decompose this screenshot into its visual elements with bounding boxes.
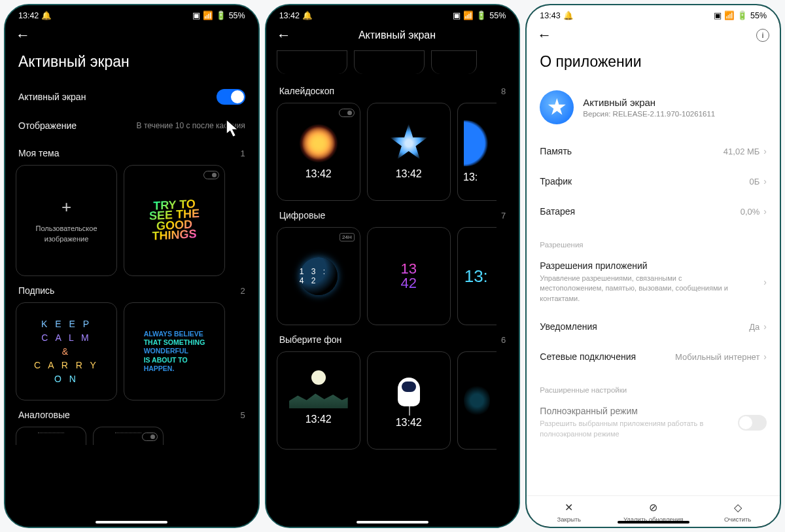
section-label: Цифровые xyxy=(279,210,326,221)
theme-art: 1 3 : 4 2 xyxy=(300,257,338,295)
chevron-right-icon: › xyxy=(763,206,767,217)
theme-art xyxy=(464,120,490,166)
app-version: Версия: RELEASE-2.11.970-10261611 xyxy=(583,110,715,118)
toggle-switch[interactable] xyxy=(738,415,767,431)
row-label: Разрешения приложений xyxy=(540,260,759,271)
theme-art xyxy=(464,384,490,417)
theme-card-goodthings[interactable]: TRY TOSEE THEGOODTHINGS xyxy=(124,165,225,276)
delete-updates-button[interactable]: ⊘Удалить обновления xyxy=(611,501,695,523)
row-label: Уведомления xyxy=(540,321,597,332)
info-button[interactable]: i xyxy=(756,29,769,42)
theme-card-kal1[interactable]: 13:42 xyxy=(277,103,360,201)
home-indicator[interactable] xyxy=(618,521,689,523)
close-button[interactable]: ✕Закрыть xyxy=(527,501,611,523)
back-button[interactable]: ← xyxy=(16,28,30,43)
theme-art xyxy=(392,372,425,412)
memory-row[interactable]: Память 41,02 МБ› xyxy=(527,136,780,166)
chevron-right-icon: › xyxy=(763,277,767,287)
chevron-right-icon: › xyxy=(763,321,767,332)
theme-card-dig2[interactable]: 1342 xyxy=(367,227,451,325)
section-kaleidoscope: Калейдоскоп 8 xyxy=(277,77,509,103)
section-my-theme: Моя тема 1 xyxy=(16,139,248,165)
row-desc: Управление разрешениями, связанными с ме… xyxy=(540,274,759,304)
theme-card-kal2[interactable]: 13:42 xyxy=(367,103,451,201)
theme-card-analog[interactable] xyxy=(16,427,86,445)
section-background: Выберите фон 6 xyxy=(277,325,509,351)
row-value: 41,02 МБ xyxy=(724,147,760,156)
network-row[interactable]: Сетевые подключения Мобильный интернет› xyxy=(527,342,780,372)
theme-card-keepcalm[interactable]: K E E PC A L M&C A R R YO N xyxy=(16,302,117,400)
clear-button[interactable]: ◇Очистить xyxy=(695,501,780,523)
prev-section-peek xyxy=(277,50,509,74)
forbid-icon: ⊘ xyxy=(649,501,657,514)
section-count: 2 xyxy=(240,286,245,296)
page-title: О приложении xyxy=(527,50,780,81)
alarm-icon: 🔔 xyxy=(302,10,313,20)
setting-value: В течение 10 с после касания xyxy=(137,121,245,130)
section-signature: Подпись 2 xyxy=(16,276,248,302)
card-time: 13:42 xyxy=(396,417,422,429)
setting-label: Активный экран xyxy=(18,92,86,102)
home-indicator[interactable] xyxy=(96,521,167,523)
row-label: Трафик xyxy=(540,176,572,186)
theme-card-bg1[interactable]: 13:42 xyxy=(277,351,360,450)
theme-art xyxy=(299,124,338,163)
battery-icon: 🔋 xyxy=(476,10,487,20)
card-time: 13: xyxy=(463,171,478,183)
theme-art xyxy=(389,124,428,163)
active-screen-toggle-row[interactable]: Активный экран xyxy=(16,81,248,113)
status-time: 13:42 xyxy=(279,11,300,20)
theme-card-kal3[interactable]: 13: xyxy=(457,103,497,201)
section-count: 1 xyxy=(240,149,245,158)
phone-1: 13:42🔔 ▣📶🔋55% ← Активный экран Активный … xyxy=(4,4,260,528)
theme-card-dig1[interactable]: 24H 1 3 : 4 2 xyxy=(277,227,360,325)
section-count: 7 xyxy=(501,211,506,221)
theme-card-analog[interactable] xyxy=(93,427,164,445)
theme-art: K E E PC A L M&C A R R YO N xyxy=(34,317,99,386)
theme-card-peek[interactable] xyxy=(277,50,347,74)
back-button[interactable]: ← xyxy=(537,28,551,43)
theme-card-peek[interactable] xyxy=(431,50,477,74)
theme-art: 1342 xyxy=(400,262,416,291)
traffic-row[interactable]: Трафик 0Б› xyxy=(527,166,780,196)
row-value: Да xyxy=(749,322,759,332)
app-header: Активный экран Версия: RELEASE-2.11.970-… xyxy=(527,81,780,136)
theme-card-bg3[interactable] xyxy=(457,351,497,450)
app-icon xyxy=(540,90,574,124)
phone-2: 13:42🔔 ▣📶🔋55% ← Активный экран Калейдоск… xyxy=(265,4,521,528)
theme-card-believe[interactable]: ALWAYS BELIEVETHAT SOMETHINGWONDERFULIS … xyxy=(124,302,225,400)
fullscreen-row[interactable]: Полноэкранный режим Разрешить выбранным … xyxy=(527,398,780,447)
status-bar: 13:42🔔 ▣📶🔋55% xyxy=(5,5,258,23)
section-count: 8 xyxy=(501,86,506,96)
selected-badge-icon xyxy=(339,109,355,117)
bb-label: Закрыть xyxy=(557,516,581,523)
row-value: 0Б xyxy=(750,177,760,186)
chevron-right-icon: › xyxy=(763,146,767,156)
section-label: Подпись xyxy=(18,285,54,296)
app-permissions-row[interactable]: Разрешения приложений Управление разреше… xyxy=(527,253,780,311)
theme-art xyxy=(289,376,348,408)
section-analog: Аналоговые 5 xyxy=(16,400,248,427)
theme-card-bg2[interactable]: 13:42 xyxy=(367,351,451,450)
close-icon: ✕ xyxy=(565,501,573,514)
toggle-switch[interactable] xyxy=(217,89,245,105)
row-value: 0,0% xyxy=(741,207,760,217)
wifi-icon: 📶 xyxy=(724,10,735,20)
theme-card-peek[interactable] xyxy=(354,50,425,74)
plus-icon: + xyxy=(61,197,71,217)
status-time: 13:43 xyxy=(540,11,560,20)
status-time: 13:42 xyxy=(18,11,39,20)
notifications-row[interactable]: Уведомления Да› xyxy=(527,311,780,342)
section-label: Аналоговые xyxy=(18,410,70,420)
alarm-icon: 🔔 xyxy=(563,10,574,20)
theme-card-dig3[interactable]: 13: xyxy=(457,227,497,325)
home-indicator[interactable] xyxy=(357,521,428,523)
display-row[interactable]: Отображение В течение 10 с после касания xyxy=(16,113,248,139)
row-label: Батарея xyxy=(540,206,575,217)
selected-badge-icon xyxy=(203,171,219,179)
back-button[interactable]: ← xyxy=(277,28,291,43)
custom-image-card[interactable]: + Пользовательское изображение xyxy=(16,165,117,276)
header-title: Активный экран xyxy=(300,29,495,41)
battery-pct: 55% xyxy=(750,11,767,20)
battery-row[interactable]: Батарея 0,0%› xyxy=(527,196,780,226)
